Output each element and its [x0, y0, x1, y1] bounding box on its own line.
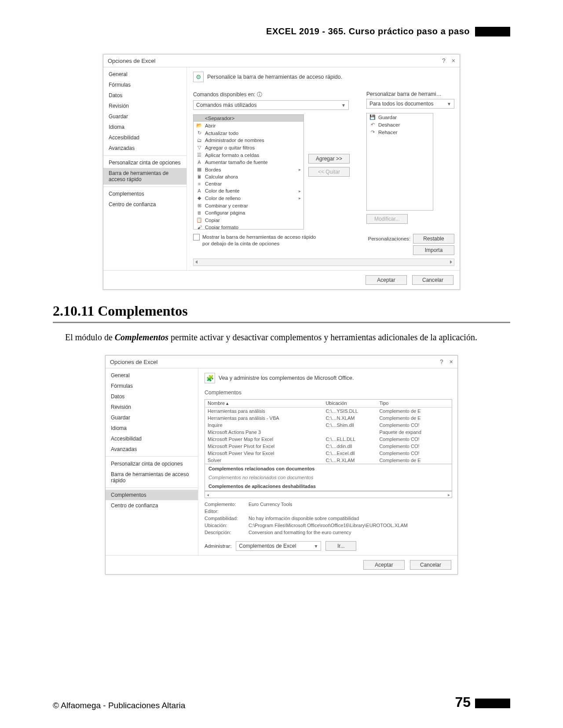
list-item[interactable]: ↷Rehacer — [367, 128, 433, 136]
list-item[interactable]: 🗂Administrador de nombres — [194, 137, 303, 144]
commands-from-combo[interactable]: Comandos más utilizados ▼ — [193, 100, 349, 110]
sidebar-item[interactable]: General — [106, 370, 198, 381]
manage-combo[interactable]: Complementos de Excel ▼ — [236, 541, 321, 551]
list-item[interactable]: ⊞Combinar y centrar — [194, 202, 303, 209]
manage-label: Administrar: — [205, 543, 231, 549]
sidebar-item[interactable]: Complementos — [106, 490, 198, 500]
horizontal-scrollbar[interactable] — [193, 258, 454, 266]
table-row[interactable]: Herramientas para análisis - VBAC:\…N.XL… — [205, 415, 452, 422]
sidebar-item[interactable]: Fórmulas — [106, 381, 198, 391]
sidebar-item[interactable]: Barra de herramientas de acceso rápido — [106, 469, 198, 486]
cancel-button[interactable]: Cancelar — [410, 560, 451, 570]
table-row[interactable]: Microsoft Power Pivot for ExcelC:\…ddin.… — [205, 443, 452, 450]
dialog-titlebar: Opciones de Excel ? × — [106, 356, 457, 368]
submenu-icon: ▸ — [299, 167, 301, 172]
remove-button[interactable]: << Quitar — [308, 167, 350, 177]
help-icon[interactable]: ? — [440, 358, 443, 365]
list-item[interactable]: ↻Actualizar todo — [194, 129, 303, 137]
list-item[interactable]: ↶Deshacer — [367, 121, 433, 128]
list-item[interactable]: 📋Copiar — [194, 216, 303, 224]
cancel-button[interactable]: Cancelar — [412, 275, 453, 285]
show-below-ribbon-checkbox[interactable] — [193, 234, 200, 240]
submenu-icon: ▸ — [299, 189, 301, 193]
qat-label: Rehacer — [378, 130, 397, 135]
table-cell: Complemento CO! — [379, 437, 449, 442]
customize-for-label: Personalizar barra de herrami… — [366, 91, 454, 97]
list-item[interactable]: 📂Abrir — [194, 122, 303, 129]
commands-listbox[interactable]: <Separador>📂Abrir↻Actualizar todo🗂Admini… — [193, 114, 304, 229]
add-button[interactable]: Agregar >> — [308, 154, 350, 164]
list-item[interactable]: <Separador> — [194, 115, 303, 122]
addins-table[interactable]: Nombre ▴ Ubicación Tipo Herramientas par… — [205, 399, 452, 464]
table-cell: Microsoft Actions Pane 3 — [208, 430, 325, 435]
col-type[interactable]: Tipo — [379, 400, 449, 406]
ok-button[interactable]: Aceptar — [363, 560, 405, 570]
list-item[interactable]: ≡Centrar — [194, 180, 303, 187]
horizontal-scrollbar[interactable]: ◂▸ — [205, 491, 452, 498]
customize-for-combo[interactable]: Para todos los documentos ▼ — [366, 99, 454, 109]
table-row[interactable]: SolverC:\…R.XLAMComplemento de E — [205, 457, 452, 464]
close-icon[interactable]: × — [452, 57, 455, 64]
sidebar-item[interactable]: Fórmulas — [103, 80, 186, 90]
col-location[interactable]: Ubicación — [325, 400, 379, 406]
qat-listbox[interactable]: 💾Guardar↶Deshacer↷Rehacer — [366, 113, 433, 211]
sidebar-item[interactable]: Personalizar cinta de opciones — [103, 157, 186, 168]
command-icon: ▽ — [196, 145, 202, 150]
sidebar-item[interactable]: Personalizar cinta de opciones — [106, 459, 198, 469]
list-item[interactable]: 🗎Configurar página — [194, 209, 303, 216]
sidebar-item[interactable]: Revisión — [103, 101, 186, 111]
table-cell: Herramientas para análisis - VBA — [208, 415, 325, 421]
list-item[interactable]: ▦Bordes▸ — [194, 166, 303, 173]
command-icon: 🖌 — [196, 225, 202, 229]
list-item[interactable]: ◆Color de relleno▸ — [194, 194, 303, 202]
sidebar-item[interactable]: Datos — [106, 391, 198, 402]
table-row[interactable]: InquireC:\…Shim.dllComplemento CO! — [205, 422, 452, 429]
sidebar-item[interactable]: Centro de confianza — [106, 500, 198, 511]
table-cell: C:\…YSIS.DLL — [325, 408, 379, 414]
col-name[interactable]: Nombre ▴ — [208, 400, 325, 406]
sidebar-item[interactable]: Idioma — [106, 423, 198, 433]
sidebar-item[interactable]: Accesibilidad — [106, 433, 198, 444]
table-row[interactable]: Microsoft Actions Pane 3Paquete de expan… — [205, 429, 452, 436]
list-item[interactable]: 🖌Copiar formato — [194, 224, 303, 229]
dialog-intro-text: Personalice la barra de herramientas de … — [207, 74, 342, 80]
help-icon[interactable]: ? — [442, 57, 446, 64]
table-row[interactable]: Microsoft Power Map for ExcelC:\…ELL.DLL… — [205, 436, 452, 443]
sidebar-item[interactable]: Guardar — [106, 412, 198, 423]
sidebar-item[interactable]: Complementos — [103, 189, 186, 199]
addins-subtext-docs: Complementos no relacionados con documen… — [205, 473, 452, 482]
reset-button[interactable]: Restable — [413, 234, 454, 244]
list-item[interactable]: ☰Aplicar formato a celdas — [194, 151, 303, 159]
sidebar-item[interactable]: Guardar — [103, 111, 186, 122]
sidebar-item[interactable]: Avanzadas — [106, 444, 198, 455]
sidebar-item[interactable]: Accesibilidad — [103, 132, 186, 143]
table-row[interactable]: Microsoft Power View for ExcelC:\…Excel.… — [205, 450, 452, 457]
qat-icon: ↶ — [369, 122, 376, 127]
dialog-sidebar: GeneralFórmulasDatosRevisiónGuardarIdiom… — [103, 67, 187, 270]
command-label: Bordes — [205, 167, 221, 172]
sidebar-item[interactable]: Barra de herramientas de acceso rápido — [103, 168, 186, 185]
qat-icon: 💾 — [369, 114, 376, 120]
detail-label-desc: Descripción: — [205, 530, 249, 535]
section-paragraph: El módulo de Complementos permite activa… — [53, 331, 510, 344]
sidebar-item[interactable]: Centro de confianza — [103, 199, 186, 210]
import-export-button[interactable]: Importa — [413, 245, 454, 255]
sidebar-item[interactable]: Avanzadas — [103, 143, 186, 153]
go-button[interactable]: Ir... — [325, 541, 356, 551]
list-item[interactable]: 💾Guardar — [367, 113, 433, 121]
ok-button[interactable]: Aceptar — [366, 275, 407, 285]
sidebar-item[interactable]: Revisión — [106, 402, 198, 412]
sidebar-item[interactable]: General — [103, 69, 186, 80]
list-item[interactable]: ▽Agregar o quitar filtros — [194, 144, 303, 151]
list-item[interactable]: 🖩Calcular ahora — [194, 173, 303, 180]
toolbar-icon: ⚙ — [193, 72, 204, 82]
list-item[interactable]: AColor de fuente▸ — [194, 187, 303, 194]
close-icon[interactable]: × — [450, 358, 453, 365]
commands-from-value: Comandos más utilizados — [196, 102, 256, 108]
sidebar-item[interactable]: Datos — [103, 90, 186, 101]
list-item[interactable]: AAumentar tamaño de fuente — [194, 159, 303, 166]
sidebar-item[interactable]: Idioma — [103, 122, 186, 132]
modify-button[interactable]: Modificar... — [366, 214, 408, 224]
detail-label-location: Ubicación: — [205, 523, 249, 528]
table-row[interactable]: Herramientas para análisisC:\…YSIS.DLLCo… — [205, 408, 452, 415]
